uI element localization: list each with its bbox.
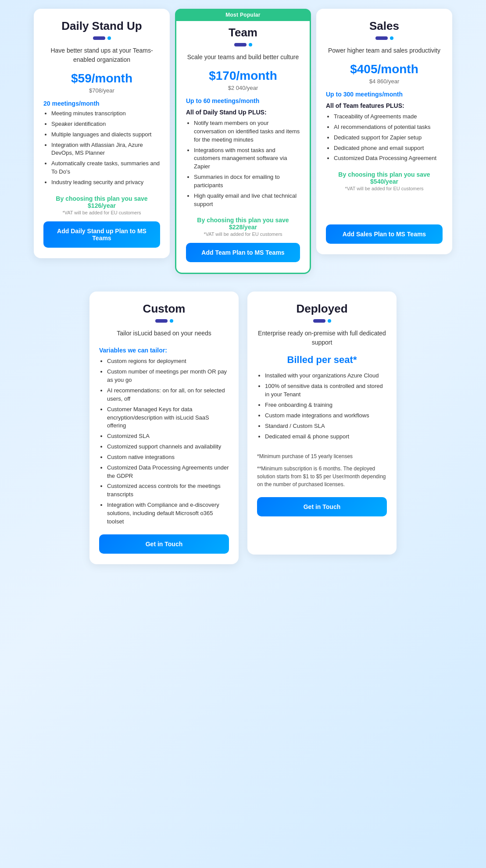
sales-vat: *VAT will be added for EU customers — [326, 186, 443, 191]
custom-title: Custom — [99, 302, 229, 316]
dot-short — [170, 319, 173, 323]
list-item: High quality email and live chat technic… — [194, 192, 300, 209]
dot-long — [155, 319, 168, 323]
list-item: Dedicated phone and email support — [334, 144, 443, 153]
dot-long — [313, 319, 325, 323]
list-item: Meeting minutes transcription — [51, 110, 160, 118]
sales-features-list: Traceability of Agreements made AI recom… — [326, 113, 443, 165]
list-item: Industry leading security and privacy — [51, 178, 160, 187]
sales-card: Sales Power higher team and sales produc… — [316, 9, 452, 254]
list-item: Custom made integrations and workflows — [265, 412, 387, 420]
team-price-year: $2 040/year — [186, 85, 300, 91]
daily-meetings-count: 20 meetings — [43, 100, 79, 107]
list-item: Installed with your organizations Azure … — [265, 372, 387, 380]
list-item: Customized Data Processing Agreement — [334, 154, 443, 163]
daily-meetings-suffix: /month — [79, 100, 100, 107]
team-meetings-count: Up to 60 meetings — [186, 97, 239, 104]
team-desc: Scale your teams and build better cultur… — [186, 53, 300, 62]
dot-short — [107, 36, 111, 40]
sales-title: Sales — [326, 19, 443, 33]
custom-variables-title: Variables we can tailor: — [99, 347, 229, 354]
team-cta-button[interactable]: Add Team Plan to MS Teams — [186, 243, 300, 262]
list-item: Summaries in docx for emailing to partic… — [194, 173, 300, 190]
daily-features-list: Meeting minutes transcription Speaker id… — [43, 110, 160, 189]
sales-savings: By choosing this plan you save $540/year — [326, 171, 443, 185]
deployed-card: Deployed Enterprise ready on-premise wit… — [247, 292, 397, 555]
list-item: Free onboarding & training — [265, 401, 387, 409]
team-title: Team — [186, 26, 300, 39]
team-savings: By choosing this plan you save $228/year — [186, 217, 300, 231]
list-item: Customized access controls for the meeti… — [107, 482, 229, 499]
sales-dots — [326, 36, 443, 40]
team-features-list: Notify team members on your conversation… — [186, 119, 300, 210]
daily-price-year: $708/year — [43, 87, 160, 94]
daily-savings: By choosing this plan you save $126/year — [43, 195, 160, 209]
team-price: $170/month — [186, 69, 300, 83]
list-item: Customized SLA — [107, 432, 229, 441]
daily-cta-button[interactable]: Add Daily Stand up Plan to MS Teams — [43, 221, 160, 248]
list-item: Speaker identification — [51, 120, 160, 128]
team-card: Most Popular Team Scale your teams and b… — [175, 9, 311, 274]
list-item: Standard / Custom SLA — [265, 422, 387, 430]
custom-dots — [99, 319, 229, 323]
deployed-note1: *Minimum purchase of 15 yearly licenses — [257, 452, 387, 460]
list-item: 100% of sensitive data is controlled and… — [265, 382, 387, 399]
list-item: Customer Managed Keys for data encryptio… — [107, 406, 229, 430]
most-popular-badge: Most Popular — [175, 9, 311, 21]
deployed-note2: **Minimum subscription is 6 months. The … — [257, 465, 387, 488]
daily-vat: *VAT will be added for EU customers — [43, 210, 160, 215]
bottom-plans-row: Custom Tailor isLucid based on your need… — [4, 292, 482, 564]
dot-short — [249, 43, 252, 46]
list-item: AI recommendations: on for all, on for s… — [107, 387, 229, 403]
dot-short — [328, 319, 331, 323]
sales-plus-title: All of Team features PLUS: — [326, 102, 443, 109]
list-item: Dedicated support for Zapier setup — [334, 134, 443, 142]
list-item: Custom regions for deployment — [107, 357, 229, 366]
sales-meetings-suffix: /month — [382, 91, 403, 98]
list-item: Customized support channels and availabi… — [107, 443, 229, 451]
sales-price-year: $4 860/year — [326, 78, 443, 85]
list-item: Traceability of Agreements made — [334, 113, 443, 121]
list-item: Automatically create tasks, summaries an… — [51, 160, 160, 176]
dot-short — [390, 36, 393, 40]
sales-meetings: Up to 300 meetings/month — [326, 91, 443, 98]
deployed-desc: Enterprise ready on-premise with full de… — [257, 329, 387, 347]
list-item: Integration with Compliance and e-discov… — [107, 501, 229, 526]
deployed-cta-button[interactable]: Get in Touch — [257, 497, 387, 516]
list-item: Custom number of meetings per month OR p… — [107, 368, 229, 384]
list-item: AI recommendations of potential tasks — [334, 123, 443, 132]
deployed-title: Deployed — [257, 302, 387, 316]
dot-long — [234, 43, 247, 46]
custom-desc: Tailor isLucid based on your needs — [99, 329, 229, 338]
deployed-dots — [257, 319, 387, 323]
team-meetings: Up to 60 meetings/month — [186, 97, 300, 104]
deployed-billed: Billed per seat* — [257, 354, 387, 366]
list-item: Notify team members on your conversation… — [194, 119, 300, 144]
list-item: Integration with Atlassian Jira, Azure D… — [51, 141, 160, 158]
team-vat: *VAT will be added for EU customers — [186, 231, 300, 237]
custom-card: Custom Tailor isLucid based on your need… — [89, 292, 239, 564]
list-item: Dedicated email & phone support — [265, 433, 387, 441]
daily-card: Daily Stand Up Have better stand ups at … — [34, 9, 170, 258]
list-item: Customized Data Processing Agreements un… — [107, 464, 229, 480]
daily-price: $59/month — [43, 71, 160, 85]
team-dots — [186, 43, 300, 46]
dot-long — [375, 36, 388, 40]
custom-cta-button[interactable]: Get in Touch — [99, 534, 229, 554]
team-plus-title: All of Daily Stand Up PLUS: — [186, 109, 300, 116]
list-item: Custom native integrations — [107, 453, 229, 462]
daily-desc: Have better stand ups at your Teams-enab… — [43, 46, 160, 64]
custom-features-list: Custom regions for deployment Custom num… — [99, 357, 229, 528]
sales-price: $405/month — [326, 62, 443, 76]
sales-desc: Power higher team and sales productivity — [326, 46, 443, 55]
daily-title: Daily Stand Up — [43, 19, 160, 33]
deployed-features-list: Installed with your organizations Azure … — [257, 372, 387, 443]
list-item: Multiple languages and dialects support — [51, 131, 160, 139]
list-item: Integrations with most tasks and custome… — [194, 146, 300, 171]
daily-dots — [43, 36, 160, 40]
team-meetings-suffix: /month — [239, 97, 260, 104]
daily-meetings: 20 meetings/month — [43, 100, 160, 107]
sales-cta-button[interactable]: Add Sales Plan to MS Teams — [326, 224, 443, 244]
top-plans-row: Daily Stand Up Have better stand ups at … — [4, 9, 482, 274]
dot-long — [93, 36, 105, 40]
